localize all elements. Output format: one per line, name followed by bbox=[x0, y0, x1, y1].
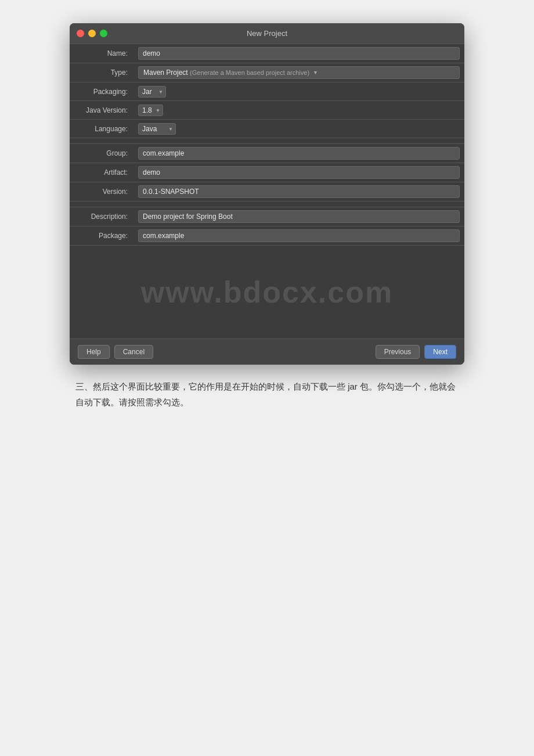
name-value-wrap bbox=[134, 44, 464, 63]
description-input[interactable] bbox=[138, 210, 460, 223]
version-value-wrap bbox=[134, 182, 464, 201]
watermark-text: www.bdocx.com bbox=[141, 275, 393, 309]
watermark-area: www.bdocx.com bbox=[70, 246, 464, 339]
group-input[interactable] bbox=[138, 147, 460, 160]
group-row: Group: bbox=[70, 144, 464, 163]
java-version-select[interactable]: 1.8 11 17 bbox=[138, 105, 163, 116]
artifact-value-wrap bbox=[134, 163, 464, 182]
language-label: Language: bbox=[70, 121, 134, 136]
group-label: Group: bbox=[70, 146, 134, 161]
previous-button[interactable]: Previous bbox=[376, 345, 420, 359]
packaging-value-wrap: Jar War bbox=[134, 83, 464, 100]
new-project-dialog: New Project Name: Type: Maven Project (G… bbox=[70, 23, 464, 365]
name-input[interactable] bbox=[138, 47, 460, 60]
language-select[interactable]: Java Kotlin Groovy bbox=[138, 123, 176, 135]
java-version-select-wrapper: 1.8 11 17 bbox=[138, 105, 163, 116]
close-button[interactable] bbox=[77, 30, 84, 37]
dialog-body: Name: Type: Maven Project (Generate a Ma… bbox=[70, 44, 464, 339]
help-button[interactable]: Help bbox=[78, 345, 110, 359]
spacer-1 bbox=[70, 138, 464, 144]
name-label: Name: bbox=[70, 46, 134, 61]
package-input[interactable] bbox=[138, 229, 460, 242]
footer-right: Previous Next bbox=[376, 345, 456, 359]
packaging-select[interactable]: Jar War bbox=[138, 86, 166, 98]
language-row: Language: Java Kotlin Groovy bbox=[70, 120, 464, 138]
traffic-lights bbox=[77, 30, 107, 37]
version-input[interactable] bbox=[138, 185, 460, 198]
minimize-button[interactable] bbox=[88, 30, 96, 37]
type-select-text: Maven Project (Generate a Maven based pr… bbox=[143, 69, 309, 77]
type-select-button[interactable]: Maven Project (Generate a Maven based pr… bbox=[138, 66, 460, 79]
type-value-wrap: Maven Project (Generate a Maven based pr… bbox=[134, 63, 464, 82]
package-value-wrap bbox=[134, 226, 464, 245]
packaging-row: Packaging: Jar War bbox=[70, 82, 464, 101]
package-row: Package: bbox=[70, 226, 464, 246]
description-value-wrap bbox=[134, 207, 464, 226]
description-label: Description: bbox=[70, 209, 134, 224]
packaging-select-wrapper: Jar War bbox=[138, 86, 166, 98]
footer-left: Help Cancel bbox=[78, 345, 153, 359]
description-row: Description: bbox=[70, 207, 464, 226]
spacer-2 bbox=[70, 201, 464, 207]
dialog-footer: Help Cancel Previous Next bbox=[70, 339, 464, 365]
title-bar: New Project bbox=[70, 23, 464, 44]
type-row: Type: Maven Project (Generate a Maven ba… bbox=[70, 63, 464, 82]
next-button[interactable]: Next bbox=[424, 345, 456, 359]
version-row: Version: bbox=[70, 182, 464, 201]
cancel-button[interactable]: Cancel bbox=[114, 345, 153, 359]
page-wrapper: New Project Name: Type: Maven Project (G… bbox=[0, 23, 534, 410]
dialog-title: New Project bbox=[247, 29, 287, 38]
java-version-row: Java Version: 1.8 11 17 bbox=[70, 101, 464, 120]
language-value-wrap: Java Kotlin Groovy bbox=[134, 120, 464, 138]
packaging-label: Packaging: bbox=[70, 84, 134, 99]
description-paragraph: 三、然后这个界面比较重要，它的作用是在开始的时候，自动下载一些 jar 包。你勾… bbox=[70, 379, 464, 410]
language-select-wrapper: Java Kotlin Groovy bbox=[138, 123, 176, 135]
version-label: Version: bbox=[70, 184, 134, 199]
type-label: Type: bbox=[70, 65, 134, 80]
type-chevron-icon: ▼ bbox=[313, 70, 318, 75]
group-value-wrap bbox=[134, 144, 464, 163]
name-row: Name: bbox=[70, 44, 464, 63]
artifact-row: Artifact: bbox=[70, 163, 464, 182]
java-version-value-wrap: 1.8 11 17 bbox=[134, 102, 464, 119]
artifact-input[interactable] bbox=[138, 166, 460, 179]
artifact-label: Artifact: bbox=[70, 165, 134, 180]
java-version-label: Java Version: bbox=[70, 103, 134, 118]
maximize-button[interactable] bbox=[100, 30, 107, 37]
package-label: Package: bbox=[70, 228, 134, 243]
